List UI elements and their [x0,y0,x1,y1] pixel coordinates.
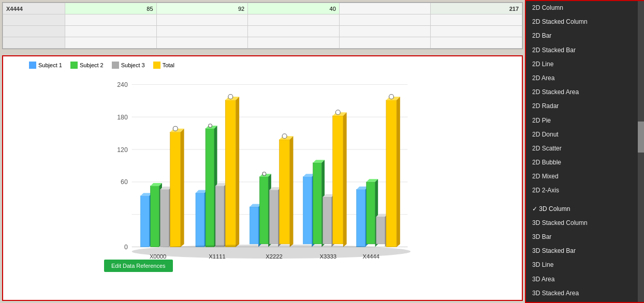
cell-value[interactable] [156,14,248,26]
legend-label-total: Total [163,62,174,68]
cell-value[interactable] [248,26,340,37]
bar-group-x3333: X3333 [303,110,347,260]
cell-value[interactable] [65,37,157,49]
svg-marker-42 [290,136,294,247]
bar-group-x0000: X0000 [140,126,184,260]
menu-divider-1 [526,198,644,202]
menu-items-container: 2D Column 2D Stacked Column 2D Bar 2D St… [526,1,644,303]
bar-group-x4444: X4444 [357,95,400,260]
cell-value[interactable] [339,37,431,49]
svg-rect-18 [196,193,204,247]
svg-rect-21 [206,129,214,247]
row-label[interactable] [3,37,65,49]
data-table: X4444 85 92 40 217 [3,3,522,49]
cell-value[interactable] [431,26,522,37]
menu-item-2d-area[interactable]: 2D Area [526,71,644,85]
dot-x3333 [335,110,340,115]
svg-rect-15 [170,132,181,247]
edit-data-references-button[interactable]: Edit Data References [104,260,173,272]
svg-marker-29 [236,97,239,247]
menu-item-3d-pie[interactable]: 3D Pie [526,300,644,303]
svg-rect-6 [140,196,149,247]
legend-color-subject2 [70,62,78,69]
main-area: X4444 85 92 40 217 [0,0,525,303]
menu-item-2d-line[interactable]: 2D Line [526,57,644,71]
chart-svg: 240 180 120 60 0 [8,73,517,287]
legend-color-subject3 [112,62,119,69]
cell-value[interactable] [339,26,431,37]
cell-value[interactable] [156,26,248,37]
menu-item-3d-area[interactable]: 3D Area [526,272,644,286]
legend-color-subject1 [29,62,36,69]
row-label[interactable]: X4444 [3,3,65,14]
scrollbar[interactable] [638,1,644,302]
svg-rect-53 [333,116,343,244]
svg-rect-24 [215,186,224,247]
chart-container: Subject 1 Subject 2 Subject 3 Total [2,55,523,301]
y-label-180: 180 [117,114,128,121]
menu-item-3d-stacked-bar[interactable]: 3D Stacked Bar [526,244,644,258]
y-label-240: 240 [117,81,128,88]
cell-value[interactable] [65,26,157,37]
cell-value[interactable] [431,37,522,49]
svg-point-30 [209,124,212,128]
svg-marker-55 [343,112,347,247]
chart-shadow [132,245,411,259]
svg-rect-65 [386,100,397,247]
menu-item-2d-scatter[interactable]: 2D Scatter [526,142,644,156]
legend-subject2: Subject 2 [70,62,104,69]
menu-item-2d-donut[interactable]: 2D Donut [526,128,644,142]
table-row: X4444 85 92 40 217 [3,3,522,14]
menu-item-2d-radar[interactable]: 2D Radar [526,99,644,113]
svg-point-43 [262,172,266,176]
menu-item-2d-2axis[interactable]: 2D 2-Axis [526,184,644,198]
bar-group-x1111: X1111 [196,95,239,260]
menu-item-3d-column[interactable]: 3D Column [526,202,644,216]
menu-item-2d-stacked-area[interactable]: 2D Stacked Area [526,85,644,99]
dot-x4444 [389,95,394,99]
cell-value[interactable] [339,14,431,26]
menu-item-2d-column[interactable]: 2D Column [526,1,644,15]
menu-item-2d-stacked-bar[interactable]: 2D Stacked Bar [526,43,644,57]
cell-value[interactable] [339,3,431,14]
menu-item-2d-bubble[interactable]: 2D Bubble [526,156,644,170]
svg-rect-31 [250,207,258,244]
bar-group-x2222: X2222 [250,134,293,260]
cell-value[interactable] [248,37,340,49]
table-area: X4444 85 92 40 217 [2,2,523,49]
svg-rect-44 [303,177,312,244]
cell-value[interactable] [431,14,522,26]
cell-value[interactable] [248,14,340,26]
menu-item-3d-stacked-column[interactable]: 3D Stacked Column [526,216,644,230]
y-label-60: 60 [121,178,128,186]
svg-rect-62 [376,217,385,244]
scrollbar-thumb[interactable] [638,122,644,153]
cell-total[interactable]: 217 [431,3,522,14]
menu-item-2d-mixed[interactable]: 2D Mixed [526,170,644,184]
legend-subject1: Subject 1 [29,62,62,69]
svg-marker-67 [397,97,400,247]
menu-item-3d-line[interactable]: 3D Line [526,258,644,272]
menu-item-3d-bar[interactable]: 3D Bar [526,230,644,244]
svg-rect-56 [357,189,365,247]
legend-label-subject1: Subject 1 [38,62,62,68]
menu-item-2d-stacked-column[interactable]: 2D Stacked Column [526,15,644,29]
y-label-0: 0 [124,244,128,251]
cell-value[interactable]: 85 [65,3,157,14]
svg-rect-37 [269,190,278,244]
cell-value[interactable]: 92 [156,3,248,14]
table-row [3,37,522,49]
row-label[interactable] [3,26,65,37]
svg-rect-27 [225,100,236,247]
row-label[interactable] [3,14,65,26]
chart-type-menu: 2D Column 2D Stacked Column 2D Bar 2D St… [525,0,644,303]
menu-item-2d-pie[interactable]: 2D Pie [526,114,644,128]
menu-item-3d-stacked-area[interactable]: 3D Stacked Area [526,286,644,300]
svg-rect-59 [367,182,375,244]
cell-value[interactable]: 40 [248,3,340,14]
legend-label-subject3: Subject 3 [121,62,145,68]
cell-value[interactable] [156,37,248,49]
cell-value[interactable] [65,14,157,26]
menu-item-2d-bar[interactable]: 2D Bar [526,29,644,43]
dot-x0000 [173,126,178,131]
